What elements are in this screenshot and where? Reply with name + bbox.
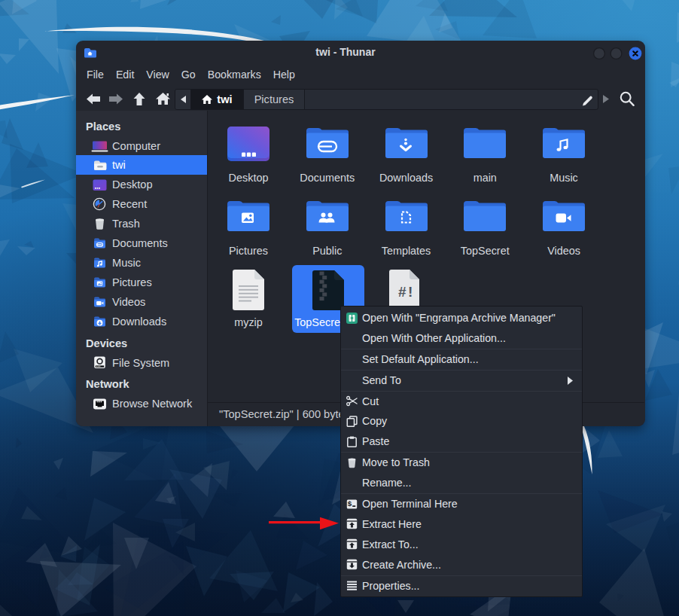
svg-text:$: $	[348, 499, 352, 508]
svg-text:!: !	[408, 284, 413, 300]
svg-text:#: #	[398, 284, 406, 300]
